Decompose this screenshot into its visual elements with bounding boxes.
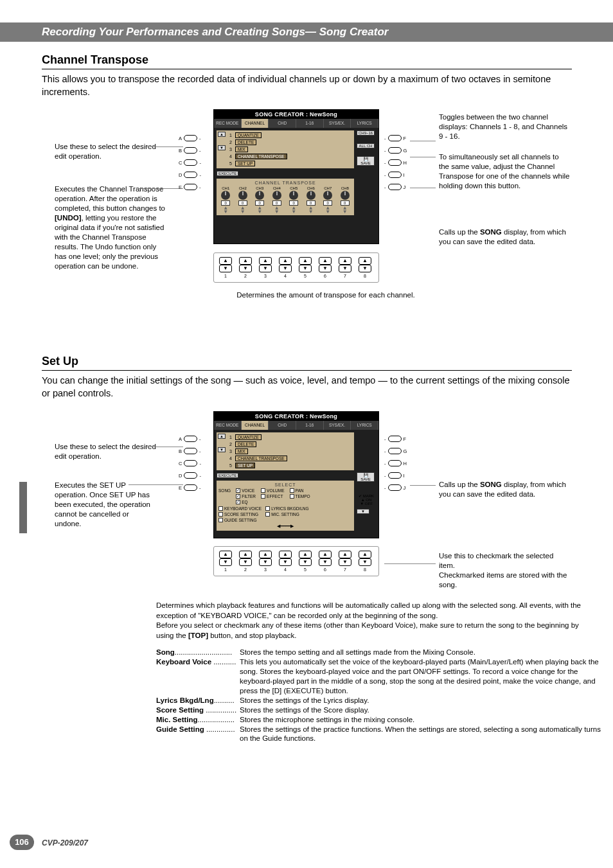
- ch-label: CH7: [321, 186, 335, 190]
- up-button[interactable]: ▲: [339, 551, 351, 558]
- pill-button[interactable]: [388, 448, 402, 454]
- down-button[interactable]: ▼: [239, 265, 252, 272]
- down-button[interactable]: ▼: [359, 265, 371, 272]
- up-button[interactable]: ▲: [359, 257, 371, 265]
- up-button[interactable]: ▲: [359, 551, 371, 558]
- cb-label: PAN: [296, 488, 304, 493]
- down-button[interactable]: ▼: [319, 558, 332, 566]
- up-button[interactable]: ▲: [319, 257, 332, 265]
- definition-row: Song............................Stores t…: [156, 648, 606, 657]
- down-button[interactable]: ▼: [259, 265, 272, 272]
- pill-button[interactable]: [184, 436, 197, 442]
- callout-su-left2: Executes the SET UP operation. Once SET …: [55, 481, 151, 529]
- down-button[interactable]: ▼: [339, 558, 351, 566]
- leader: [410, 157, 436, 157]
- up-button[interactable]: ▲: [259, 257, 272, 265]
- lcd-screen-1: SONG CREATOR : NewSong REC MODE CHANNEL …: [213, 109, 379, 244]
- up-button[interactable]: ▲: [219, 551, 232, 558]
- down-button[interactable]: ▼: [279, 265, 292, 272]
- ch-label: CH5: [287, 186, 301, 190]
- song-group-label: SONG: [218, 488, 231, 504]
- pill-button[interactable]: [184, 172, 197, 178]
- checkbox-icon: [261, 488, 265, 493]
- pill-button[interactable]: [184, 472, 197, 479]
- pill-button[interactable]: [388, 484, 402, 491]
- num: 3: [264, 567, 267, 572]
- pill-button[interactable]: [184, 448, 197, 454]
- ch-label: CH8: [338, 186, 353, 190]
- down-button[interactable]: ▼: [359, 558, 371, 566]
- btn-label: H: [404, 160, 407, 166]
- definition-term: Lyrics Bkgd/Lng..........: [156, 696, 240, 705]
- definition-row: Keyboard Voice ...........This lets you …: [156, 657, 606, 696]
- up-button[interactable]: ▲: [279, 551, 292, 558]
- down-button[interactable]: ▼: [219, 558, 232, 566]
- up-button[interactable]: ▲: [319, 551, 332, 558]
- up-button[interactable]: ▲: [299, 257, 312, 265]
- cb-label: VOLUME: [267, 488, 284, 493]
- num: 1: [224, 274, 227, 278]
- updown-panel-1: ▲▼1 ▲▼2 ▲▼3 ▲▼4 ▲▼5 ▲▼6 ▲▼7 ▲▼8: [213, 252, 379, 283]
- checkbox-icon: ✓: [236, 494, 240, 499]
- btn-label: G: [404, 448, 407, 454]
- pill-button[interactable]: [184, 460, 197, 466]
- lcd-tab: 1-16: [296, 119, 324, 128]
- lcd-tab: REC MODE: [214, 421, 242, 430]
- menu-num: 2: [228, 442, 233, 447]
- down-button[interactable]: ▼: [279, 558, 292, 566]
- pill-button[interactable]: [388, 172, 402, 178]
- pill-button[interactable]: [388, 436, 402, 442]
- menu-num: 3: [228, 449, 233, 454]
- down-button[interactable]: ▼: [299, 265, 312, 272]
- up-button[interactable]: ▲: [279, 257, 292, 265]
- cb-label: GUIDE SETTING: [224, 518, 257, 522]
- pill-button[interactable]: [184, 184, 197, 190]
- menu-num: 1: [228, 435, 233, 439]
- definitions-list: Song............................Stores t…: [156, 648, 606, 743]
- page-number: 106: [10, 835, 34, 850]
- checkbox-icon: [290, 488, 294, 493]
- menu-num: 2: [228, 140, 233, 145]
- definition-text: Stores the microphone settings in the mi…: [240, 715, 414, 725]
- btn-label: F: [404, 436, 407, 442]
- down-button[interactable]: ▼: [259, 558, 272, 566]
- menu-item: MIX: [235, 448, 248, 454]
- pill-button[interactable]: [184, 159, 197, 166]
- up-button[interactable]: ▲: [239, 551, 252, 558]
- menu-num: 4: [228, 456, 233, 461]
- down-button[interactable]: ▼: [319, 265, 332, 272]
- pill-button[interactable]: [388, 135, 402, 141]
- lcd-tab: LYRICS: [351, 421, 378, 430]
- up-arrow-icon: ▲: [218, 132, 226, 137]
- left-side-buttons-1: A- B- C- D- E-: [179, 135, 201, 196]
- pill-button[interactable]: [184, 484, 197, 491]
- menu-item: DELETE: [235, 441, 256, 447]
- up-button[interactable]: ▲: [239, 257, 252, 265]
- up-button[interactable]: ▲: [339, 257, 351, 265]
- down-button[interactable]: ▼: [219, 265, 232, 272]
- definition-row: Mic. Setting..................Stores the…: [156, 715, 606, 725]
- pill-button[interactable]: [388, 472, 402, 479]
- pill-button[interactable]: [388, 184, 402, 190]
- pill-button[interactable]: [388, 460, 402, 466]
- callout-ct-right1: Toggles between the two channel displays…: [439, 112, 571, 141]
- pill-button[interactable]: [184, 135, 197, 141]
- down-button[interactable]: ▼: [299, 558, 312, 566]
- pill-button[interactable]: [184, 147, 197, 154]
- menu-item: QUANTIZE: [235, 434, 262, 440]
- definition-text: This lets you automatically set the voic…: [240, 657, 606, 696]
- down-button[interactable]: ▼: [339, 265, 351, 272]
- up-button[interactable]: ▲: [299, 551, 312, 558]
- down-button[interactable]: ▼: [239, 558, 252, 566]
- pill-button[interactable]: [388, 147, 402, 154]
- channel-strip: CH10▲▼ CH20▲▼ CH30▲▼ CH40▲▼ CH50▲▼ CH60▲…: [218, 186, 352, 213]
- up-button[interactable]: ▲: [259, 551, 272, 558]
- top-bold: [TOP]: [188, 632, 208, 639]
- arrow-icon: ▲▼: [218, 206, 233, 213]
- knob-icon: [255, 191, 264, 200]
- pill-button[interactable]: [388, 159, 402, 166]
- settings-intro: Determines which playback features and f…: [156, 601, 593, 641]
- leader: [129, 484, 183, 485]
- up-button[interactable]: ▲: [219, 257, 232, 265]
- btn-label: B: [179, 148, 182, 154]
